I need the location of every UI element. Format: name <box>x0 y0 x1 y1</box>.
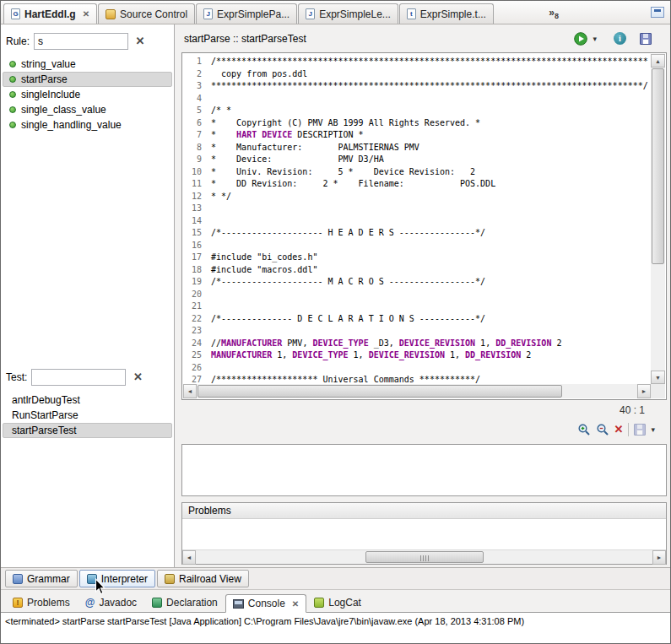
editor-tabbar: G HartEddl.g ✕ Source Control J ExprSimp… <box>1 1 670 24</box>
test-item[interactable]: RunStartParse <box>3 408 172 423</box>
console-tab-strip: ! Problems @ Javadoc Declaration Console… <box>1 589 670 613</box>
rule-item[interactable]: single_handling_value <box>3 117 172 133</box>
close-tab-icon[interactable]: ✕ <box>83 9 89 19</box>
grammar-file-icon: G <box>11 8 20 19</box>
console-tab-label: LogCat <box>328 597 361 609</box>
problems-scroll-thumb[interactable] <box>365 551 484 563</box>
code-line <box>211 215 651 228</box>
zoom-out-icon[interactable] <box>596 423 609 436</box>
editor-tab-source-control[interactable]: Source Control <box>98 3 195 24</box>
line-number: 15 <box>183 227 202 240</box>
vertical-scrollbar[interactable]: ▲ ▼ <box>651 54 665 384</box>
logcat-icon <box>314 598 324 608</box>
code-editor: 1234567891011121314151617181920212223242… <box>181 52 667 400</box>
tab-grammar[interactable]: Grammar <box>5 570 78 587</box>
grammar-view-icon <box>13 574 23 584</box>
save-output-dropdown-icon[interactable]: ▾ <box>651 425 655 434</box>
test-label: Test: <box>6 371 27 383</box>
code-line <box>211 362 651 375</box>
tab-declaration[interactable]: Declaration <box>144 593 225 612</box>
line-number: 18 <box>183 264 202 277</box>
line-number: 19 <box>183 276 202 289</box>
tab-logcat[interactable]: LogCat <box>306 593 369 612</box>
code-line: * Univ. Revision: 5 * Device Revision: 2 <box>211 166 651 179</box>
info-button[interactable]: i <box>614 32 626 45</box>
editor-tab-label: ExprSimpleLe... <box>319 8 391 20</box>
vertical-scroll-thumb[interactable] <box>652 68 664 264</box>
rule-item[interactable]: single_class_value <box>3 102 172 117</box>
code-line: MANUFACTURER 1, DEVICE_TYPE 1, DEVICE_RE… <box>211 349 651 362</box>
tab-overflow-chevron[interactable]: »8 <box>549 7 559 20</box>
zoom-in-icon[interactable] <box>577 423 591 436</box>
rule-item[interactable]: singleInclude <box>3 87 172 102</box>
editor-tab-exprsimplele[interactable]: J ExprSimpleLe... <box>298 3 398 24</box>
line-number: 8 <box>183 142 202 154</box>
line-number: 9 <box>183 154 202 166</box>
code-line: #include "macros.ddl" <box>211 264 651 277</box>
view-tab-strip: Grammar Interpreter Railroad View <box>1 567 670 589</box>
scroll-left-arrow[interactable]: ◄ <box>182 550 196 565</box>
tab-console[interactable]: Console ✕ <box>225 594 306 613</box>
rule-item-label: singleInclude <box>21 89 80 100</box>
problems-scrollbar[interactable]: ◄ ► <box>182 549 666 564</box>
line-number: 5 <box>183 105 202 117</box>
line-number: 6 <box>183 117 202 130</box>
test-item[interactable]: antlrDebugTest <box>3 392 172 408</box>
tab-problems[interactable]: ! Problems <box>5 593 78 612</box>
interpreter-output-box[interactable] <box>181 444 667 496</box>
rule-dot-icon <box>9 106 16 113</box>
scroll-left-arrow[interactable]: ◄ <box>183 384 197 398</box>
line-number: 14 <box>183 215 202 228</box>
code-line: * Manufacturer: PALMSTIERNAS PMV <box>211 142 651 154</box>
save-output-icon[interactable] <box>634 424 646 436</box>
editor-tab-exprsimplet[interactable]: t ExprSimple.t... <box>399 3 494 24</box>
scroll-down-arrow[interactable]: ▼ <box>651 371 665 384</box>
clear-test-filter-icon[interactable]: ✕ <box>130 370 145 385</box>
tab-railroad-view[interactable]: Railroad View <box>157 570 249 587</box>
test-filter-row: Test: ✕ <box>6 369 170 386</box>
test-item-selected[interactable]: startParseTest <box>3 423 172 438</box>
view-tab-label: Grammar <box>27 573 70 585</box>
save-button[interactable] <box>640 33 652 45</box>
horizontal-scrollbar[interactable]: ◄ ► <box>183 384 651 398</box>
rule-list: string_value startParse singleInclude si… <box>3 57 172 133</box>
test-filter-input[interactable] <box>31 369 126 386</box>
rule-item-selected[interactable]: startParse <box>3 72 172 87</box>
editor-tab-harteddl[interactable]: G HartEddl.g ✕ <box>3 3 97 24</box>
run-button[interactable] <box>574 32 587 46</box>
javadoc-icon: @ <box>85 597 95 609</box>
scroll-up-arrow[interactable]: ▲ <box>651 54 665 68</box>
horizontal-scroll-thumb[interactable] <box>198 385 562 398</box>
problems-body[interactable] <box>182 519 666 549</box>
console-tab-label: Javadoc <box>99 597 137 609</box>
clear-output-icon[interactable]: ✕ <box>614 423 624 436</box>
rule-filter-input[interactable] <box>34 33 128 50</box>
code-line: /*-------------------- H E A D E R S ---… <box>211 227 651 240</box>
interpreter-side-panel: Rule: ✕ string_value startParse singleIn… <box>1 24 175 567</box>
line-number: 3 <box>183 80 202 93</box>
clear-rule-filter-icon[interactable]: ✕ <box>133 34 148 49</box>
rule-dot-icon <box>9 91 16 98</box>
code-line: * Device: PMV D3/HA <box>211 154 651 166</box>
java-file-icon: J <box>306 8 315 19</box>
minimize-button[interactable] <box>651 7 664 18</box>
code-line: /*-------------- D E C L A R A T I O N S… <box>211 313 651 326</box>
editor-tab-label: HartEddl.g <box>24 8 76 20</box>
console-view[interactable]: <terminated> startParse startParseTest [… <box>1 613 670 643</box>
line-number: 17 <box>183 252 202 264</box>
test-item-label: RunStartParse <box>12 409 78 421</box>
close-tab-icon[interactable]: ✕ <box>292 599 299 609</box>
tab-interpreter[interactable]: Interpreter <box>79 570 155 587</box>
scroll-right-arrow[interactable]: ► <box>637 384 651 398</box>
line-number: 7 <box>183 129 202 142</box>
editor-tab-exprsimplepa[interactable]: J ExprSimplePa... <box>196 3 297 24</box>
scroll-right-arrow[interactable]: ► <box>652 550 666 565</box>
line-number: 4 <box>183 93 202 106</box>
code-line <box>211 93 651 106</box>
declaration-icon <box>152 598 162 608</box>
code-content[interactable]: /***************************************… <box>208 54 651 384</box>
tab-javadoc[interactable]: @ Javadoc <box>78 593 144 612</box>
rule-dot-icon <box>9 122 16 128</box>
rule-item[interactable]: string_value <box>3 57 172 72</box>
run-dropdown-icon[interactable]: ▾ <box>593 35 597 43</box>
